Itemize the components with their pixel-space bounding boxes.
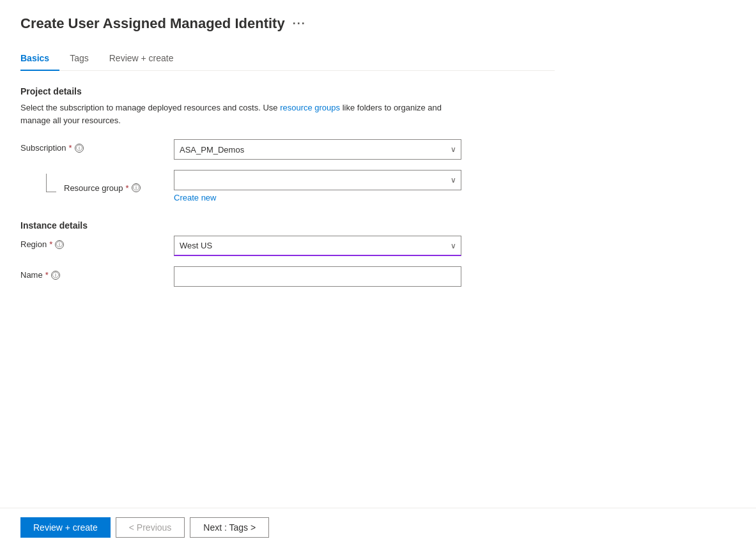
resource-group-info-icon[interactable]: ⓘ	[132, 183, 141, 192]
name-input[interactable]	[174, 266, 461, 287]
region-label: Region * ⓘ	[20, 236, 174, 249]
name-label: Name * ⓘ	[20, 266, 174, 280]
tab-tags[interactable]: Tags	[70, 48, 99, 71]
name-info-icon[interactable]: ⓘ	[51, 271, 60, 280]
subscription-select[interactable]: ASA_PM_Demos	[174, 139, 461, 160]
subscription-control: ASA_PM_Demos ∨	[174, 139, 461, 160]
region-info-icon[interactable]: ⓘ	[55, 240, 64, 249]
region-control: West US East US East US 2 Central US Wes…	[174, 236, 461, 256]
subscription-required: *	[69, 143, 72, 153]
resource-group-select[interactable]	[174, 170, 461, 190]
region-row: Region * ⓘ West US East US East US 2 Cen…	[20, 236, 555, 256]
bottom-action-bar: Review + create < Previous Next : Tags >	[0, 508, 756, 546]
previous-button[interactable]: < Previous	[116, 517, 185, 538]
ellipsis-menu[interactable]: ···	[293, 17, 306, 31]
subscription-row: Subscription * ⓘ ASA_PM_Demos ∨	[20, 139, 555, 160]
resource-group-label: Resource group * ⓘ	[20, 170, 174, 202]
subscription-label: Subscription * ⓘ	[20, 139, 174, 153]
name-control	[174, 266, 461, 287]
region-required: *	[49, 239, 52, 249]
page-title: Create User Assigned Managed Identity	[20, 15, 285, 32]
instance-details-section: Instance details Region * ⓘ West US East…	[20, 220, 555, 287]
review-create-button[interactable]: Review + create	[20, 517, 111, 538]
resource-group-control: ∨ Create new	[174, 170, 461, 202]
project-details-section: Project details Select the subscription …	[20, 86, 555, 202]
resource-group-row: Resource group * ⓘ ∨ Create new	[20, 170, 555, 202]
resource-group-required: *	[126, 183, 129, 193]
tabs-container: Basics Tags Review + create	[20, 47, 555, 71]
project-details-description: Select the subscription to manage deploy…	[20, 102, 455, 126]
instance-details-title: Instance details	[20, 220, 555, 231]
region-select[interactable]: West US East US East US 2 Central US Wes…	[174, 236, 461, 256]
name-required: *	[45, 270, 49, 280]
tree-connector	[41, 174, 61, 202]
tab-review-create[interactable]: Review + create	[109, 48, 184, 71]
tab-basics[interactable]: Basics	[20, 48, 59, 71]
project-details-title: Project details	[20, 86, 555, 96]
name-row: Name * ⓘ	[20, 266, 555, 287]
next-tags-button[interactable]: Next : Tags >	[190, 517, 269, 538]
resource-groups-link[interactable]: resource groups	[280, 103, 340, 112]
subscription-info-icon[interactable]: ⓘ	[75, 144, 84, 153]
create-new-resource-group-link[interactable]: Create new	[174, 193, 216, 202]
